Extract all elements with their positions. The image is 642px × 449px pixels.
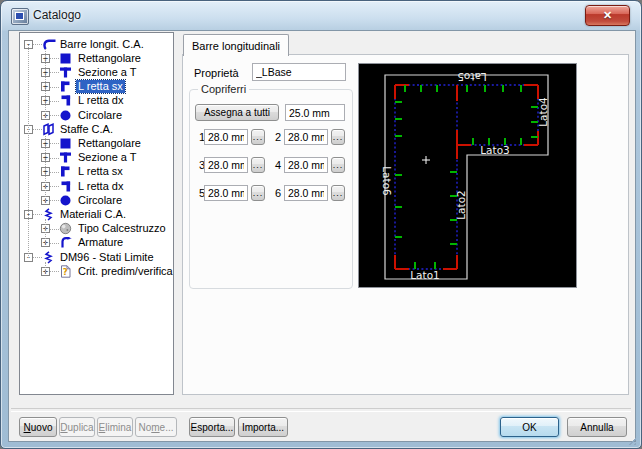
tree-item-label[interactable]: L retta sx [76, 80, 125, 93]
ok-button[interactable]: OK [500, 417, 559, 437]
tree-connector [33, 257, 42, 258]
tab-barre-longitudinali[interactable]: Barre longitudinali [183, 34, 289, 56]
tree-item-l-retta-sx[interactable]: +L retta sx [20, 165, 173, 179]
svg-text:?: ? [63, 267, 68, 277]
app-icon [11, 8, 29, 25]
importa-button[interactable]: Importa... [238, 417, 288, 437]
tree-connector [50, 229, 59, 230]
tree-connector [50, 172, 59, 173]
copriferro-1-browse-button[interactable]: ... [251, 129, 265, 145]
tree-connector [50, 58, 59, 59]
copriferro-6-browse-button[interactable]: ... [331, 185, 345, 201]
sphere-icon [59, 222, 73, 235]
tree-item-barre-longit-c-a[interactable]: -Barre longit. C.A. [20, 38, 173, 52]
esporta-button[interactable]: Esporta... [189, 417, 235, 437]
close-button[interactable]: ✕ [585, 5, 630, 26]
l-left-icon [59, 80, 73, 93]
tree-item-circolare[interactable]: +Circolare [20, 109, 173, 123]
copriferro-4-number: 4 [271, 159, 281, 171]
tree-item-sezione-a-t[interactable]: +Sezione a T [20, 151, 173, 165]
annulla-button[interactable]: Annulla [567, 417, 627, 437]
tree-item-armature[interactable]: +Armature [20, 236, 173, 250]
tree-item-label[interactable]: Armature [76, 236, 125, 249]
copriferro-2-input[interactable] [284, 129, 328, 145]
duplica-button[interactable]: Duplica [59, 417, 95, 437]
tree-item-label[interactable]: Rettangolare [76, 137, 143, 150]
tee-icon [59, 151, 73, 164]
tree-item-sezione-a-t[interactable]: +Sezione a T [20, 66, 173, 80]
copriferro-5-browse-button[interactable]: ... [251, 185, 265, 201]
catalog-tree[interactable]: -Barre longit. C.A.+Rettangolare+Sezione… [19, 32, 174, 395]
section-preview: Lato1Lato2Lato3Lato4Lato5Lato6 [359, 64, 576, 287]
tree-item-label[interactable]: Materiali C.A. [58, 208, 128, 221]
tree-item-label[interactable]: Barre longit. C.A. [58, 38, 146, 51]
tree-item-dm96-stati-limite[interactable]: -DM96 - Stati Limite [20, 251, 173, 265]
tree-item-label[interactable]: L retta dx [76, 94, 125, 107]
tree-rows: -Barre longit. C.A.+Rettangolare+Sezione… [20, 33, 173, 394]
tree-item-rettangolare[interactable]: +Rettangolare [20, 52, 173, 66]
copriferro-5-input[interactable] [204, 185, 248, 201]
l-right-icon [59, 180, 73, 193]
copriferro-1-input[interactable] [204, 129, 248, 145]
tree-item-staffe-c-a[interactable]: -Staffe C.A. [20, 123, 173, 137]
section-outline [385, 75, 548, 279]
hook-arrow-icon [59, 236, 73, 249]
tree-item-rettangolare[interactable]: +Rettangolare [20, 137, 173, 151]
tree-guide-line [28, 45, 29, 258]
tree-item-label[interactable]: Sezione a T [76, 66, 139, 79]
copriferro-3-browse-button[interactable]: ... [251, 157, 265, 173]
tree-item-label[interactable]: Crit. predim/verifica [76, 265, 174, 278]
tree-item-label[interactable]: Circolare [76, 109, 124, 122]
section-preview-canvas: Lato1Lato2Lato3Lato4Lato5Lato6 [358, 63, 577, 288]
copriferro-6-number: 6 [271, 187, 281, 199]
l-right-icon [59, 94, 73, 107]
tree-item-crit-predim-verifica[interactable]: +?Crit. predim/verifica [20, 265, 173, 279]
tree-item-label[interactable]: Sezione a T [76, 151, 139, 164]
lato6-label: Lato6 [381, 166, 393, 196]
tree-item-circolare[interactable]: +Circolare [20, 194, 173, 208]
elimina-button[interactable]: Elimina [97, 417, 133, 437]
titlebar[interactable]: Catalogo ✕ [1, 1, 641, 30]
proprieta-label: Proprietà [194, 67, 239, 79]
copriferro-6-input[interactable] [284, 185, 328, 201]
tree-guide-line [45, 262, 46, 272]
tree-item-materiali-c-a[interactable]: -Materiali C.A. [20, 208, 173, 222]
tree-item-label[interactable]: L retta sx [76, 165, 125, 178]
assegna-value-input[interactable] [285, 104, 345, 121]
tree-item-l-retta-dx[interactable]: +L retta dx [20, 94, 173, 108]
tree-connector [50, 87, 59, 88]
tree-item-l-retta-sx[interactable]: +L retta sx [20, 80, 173, 94]
nuovo-button[interactable]: Nuovo [19, 417, 57, 437]
tree-connector [50, 101, 59, 102]
tee-icon [59, 66, 73, 79]
copriferri-group-title: Copriferri [198, 83, 249, 95]
footer-divider [11, 408, 631, 412]
square-icon [59, 52, 73, 65]
tree-item-l-retta-dx[interactable]: +L retta dx [20, 180, 173, 194]
copriferro-4-browse-button[interactable]: ... [331, 157, 345, 173]
tree-connector [50, 186, 59, 187]
tree-item-label[interactable]: Staffe C.A. [58, 123, 115, 136]
copriferro-4-input[interactable] [284, 157, 328, 173]
tree-connector [50, 243, 59, 244]
proprieta-input[interactable] [252, 63, 346, 81]
square-icon [59, 137, 73, 150]
lato1-label: Lato1 [410, 269, 440, 281]
copriferro-3-input[interactable] [204, 157, 248, 173]
tree-item-label[interactable]: L retta dx [76, 180, 125, 193]
assegna-a-tutti-button[interactable]: Assegna a tutti [195, 104, 279, 121]
tree-connector [50, 115, 59, 116]
copriferro-2-browse-button[interactable]: ... [331, 129, 345, 145]
nome-button[interactable]: Nome... [135, 417, 177, 437]
tree-item-label[interactable]: DM96 - Stati Limite [58, 251, 156, 264]
tree-item-label[interactable]: Tipo Calcestruzzo [76, 222, 168, 235]
catalogo-dialog: Catalogo ✕ -Barre longit. C.A.+Rettangol… [0, 0, 642, 449]
tree-item-tipo-calcestruzzo[interactable]: +Tipo Calcestruzzo [20, 222, 173, 236]
circle-icon [59, 109, 73, 122]
tree-item-label[interactable]: Circolare [76, 194, 124, 207]
tree-connector [50, 143, 59, 144]
window-title: Catalogo [33, 8, 81, 22]
tree-item-label[interactable]: Rettangolare [76, 52, 143, 65]
tree-connector [50, 271, 59, 272]
tree-connector [33, 129, 42, 130]
